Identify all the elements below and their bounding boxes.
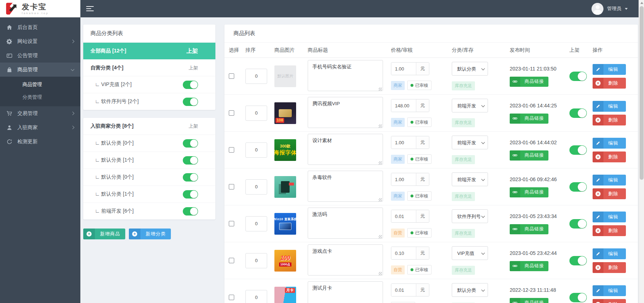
category-row[interactable]: ∟ 前端开发 [6个] <box>83 202 215 219</box>
category-toggle[interactable] <box>183 139 198 148</box>
sidebar-subitem[interactable]: 分类管理 <box>0 91 80 103</box>
category-toggle[interactable] <box>183 98 198 106</box>
category-row[interactable]: ∟ 默认分类 [1个] <box>83 185 215 202</box>
category-row[interactable]: ∟ 默认分类 [0个] <box>83 168 215 185</box>
price-input[interactable] <box>391 247 416 259</box>
menu-toggle-icon[interactable] <box>86 6 94 12</box>
category-select[interactable]: 默认分类 <box>452 283 488 296</box>
row-select-checkbox[interactable] <box>229 110 234 116</box>
sort-input[interactable] <box>245 69 267 84</box>
category-row[interactable]: 入驻商家分类 [8个] 上架 <box>83 118 215 135</box>
category-toggle[interactable] <box>183 190 198 199</box>
price-input[interactable] <box>391 210 416 222</box>
sort-input[interactable] <box>245 142 267 158</box>
delete-button[interactable]: ✕ 删除 <box>593 262 626 273</box>
price-input[interactable] <box>391 63 416 75</box>
sort-input[interactable] <box>245 290 267 303</box>
delete-button[interactable]: ✕ 删除 <box>593 299 626 303</box>
row-select-checkbox[interactable] <box>229 184 234 189</box>
edit-button[interactable]: 编辑 <box>593 175 626 185</box>
product-link-button[interactable]: 商品链接 <box>510 150 548 161</box>
category-select[interactable]: 软件序列号 <box>452 210 488 223</box>
vertical-scrollbar[interactable] <box>639 0 644 303</box>
category-row[interactable]: ∟ 软件序列号 [2个] <box>83 93 215 110</box>
sort-input[interactable] <box>245 216 267 231</box>
edit-button[interactable]: 编辑 <box>593 101 626 112</box>
sidebar-item-cart[interactable]: 交易管理 <box>0 106 80 120</box>
product-link-button[interactable]: 商品链接 <box>510 187 548 197</box>
scrollbar-up-arrow[interactable] <box>640 2 643 4</box>
edit-button[interactable]: 编辑 <box>593 248 626 259</box>
on-shelf-toggle[interactable] <box>569 145 587 155</box>
category-row[interactable]: 自营分类 [4个] 上架 <box>83 59 215 76</box>
on-shelf-toggle[interactable] <box>569 256 587 265</box>
sidebar-item-refresh[interactable]: 检测更新 <box>0 135 80 149</box>
product-row: Win10 直装系统 元 自营 已审核 软件序列号 <box>224 205 638 242</box>
category-toggle[interactable] <box>183 207 198 215</box>
product-title-textarea[interactable] <box>308 60 383 91</box>
row-select-checkbox[interactable] <box>229 295 234 300</box>
category-toggle[interactable] <box>183 173 198 182</box>
on-shelf-toggle[interactable] <box>569 182 587 192</box>
sidebar-item-board[interactable]: 公告管理 <box>0 48 80 63</box>
category-row[interactable]: ∟ VIP充值 [2个] <box>83 76 215 93</box>
product-link-button[interactable]: 商品链接 <box>510 77 548 87</box>
product-link-button[interactable]: 商品链接 <box>510 224 548 234</box>
product-title-textarea[interactable] <box>308 281 383 303</box>
product-link-button[interactable]: 商品链接 <box>510 261 548 271</box>
sidebar-item-gear[interactable]: 网站设置 <box>0 34 80 48</box>
product-title-textarea[interactable] <box>308 244 383 276</box>
price-input[interactable] <box>391 284 416 296</box>
product-link-button[interactable]: 商品链接 <box>510 298 548 303</box>
product-title-textarea[interactable] <box>308 171 383 202</box>
sidebar-item-home[interactable]: 后台首页 <box>0 20 80 34</box>
sort-input[interactable] <box>245 179 267 195</box>
category-select[interactable]: 前端开发 <box>452 136 488 149</box>
sort-input[interactable] <box>245 253 267 268</box>
on-shelf-toggle[interactable] <box>569 72 587 81</box>
sidebar-item-bag[interactable]: 商品管理 <box>0 63 80 77</box>
user-menu[interactable]: 管理员 <box>592 3 639 15</box>
on-shelf-toggle[interactable] <box>569 219 587 229</box>
row-select-checkbox[interactable] <box>229 147 234 153</box>
category-select[interactable]: 前端开发 <box>452 99 488 112</box>
brand-logo[interactable]: 发卡宝 fakabao.top <box>0 0 80 17</box>
sidebar-subitem[interactable]: 商品管理 <box>0 78 80 91</box>
sort-input[interactable] <box>245 106 267 121</box>
price-input[interactable] <box>391 136 416 149</box>
row-select-checkbox[interactable] <box>229 73 234 79</box>
category-row[interactable]: ∟ 默认分类 [1个] <box>83 152 215 168</box>
on-shelf-toggle[interactable] <box>569 293 587 302</box>
product-title-textarea[interactable] <box>308 134 383 165</box>
product-title-textarea[interactable] <box>308 208 383 239</box>
category-row[interactable]: 全部商品 [12个] 上架 <box>83 43 215 59</box>
add-category-button[interactable]: + 新增分类 <box>129 229 171 239</box>
edit-button[interactable]: 编辑 <box>593 285 626 296</box>
delete-button[interactable]: ✕ 删除 <box>593 152 626 162</box>
category-select[interactable]: VIP充值 <box>452 247 488 260</box>
pencil-icon <box>593 175 603 185</box>
seller-badge: 自营 <box>391 265 405 274</box>
category-toggle[interactable] <box>183 81 198 89</box>
price-input[interactable] <box>391 173 416 185</box>
delete-button[interactable]: ✕ 删除 <box>593 225 626 236</box>
product-title-textarea[interactable] <box>308 97 383 128</box>
add-product-button[interactable]: + 新增商品 <box>83 229 125 239</box>
edit-button[interactable]: 编辑 <box>593 138 626 149</box>
edit-button[interactable]: 编辑 <box>593 64 626 75</box>
category-row[interactable]: ∟ 默认分类 [0个] <box>83 135 215 152</box>
delete-button[interactable]: ✕ 删除 <box>593 78 626 89</box>
sidebar-item-user[interactable]: 入驻商家 <box>0 120 80 135</box>
row-select-checkbox[interactable] <box>229 258 234 263</box>
category-select[interactable]: 前端开发 <box>452 173 488 186</box>
product-link-button[interactable]: 商品链接 <box>510 114 548 124</box>
category-toggle[interactable] <box>183 156 198 165</box>
row-select-checkbox[interactable] <box>229 221 234 226</box>
edit-button[interactable]: 编辑 <box>593 212 626 222</box>
on-shelf-toggle[interactable] <box>569 108 587 118</box>
scrollbar-thumb[interactable] <box>640 6 644 180</box>
delete-button[interactable]: ✕ 删除 <box>593 115 626 125</box>
delete-button[interactable]: ✕ 删除 <box>593 188 626 199</box>
price-input[interactable] <box>391 99 416 112</box>
category-select[interactable]: 默认分类 <box>452 62 488 75</box>
